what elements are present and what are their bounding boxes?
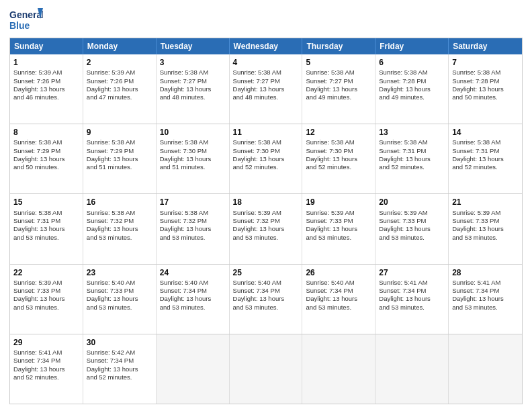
calendar-row-3: 15Sunrise: 5:38 AM Sunset: 7:31 PM Dayli… [10,193,522,263]
cal-cell-3-6: 20Sunrise: 5:39 AM Sunset: 7:33 PM Dayli… [375,194,449,263]
header-day-saturday: Saturday [449,38,522,54]
cal-cell-3-4: 18Sunrise: 5:39 AM Sunset: 7:32 PM Dayli… [230,194,303,263]
day-info: Sunrise: 5:41 AM Sunset: 7:34 PM Dayligh… [379,279,445,312]
cal-cell-3-7: 21Sunrise: 5:39 AM Sunset: 7:33 PM Dayli… [449,194,522,263]
logo: General Blue [9,7,43,32]
cal-cell-2-6: 13Sunrise: 5:38 AM Sunset: 7:31 PM Dayli… [375,124,449,193]
cal-cell-1-6: 6Sunrise: 5:38 AM Sunset: 7:28 PM Daylig… [375,54,449,124]
day-info: Sunrise: 5:41 AM Sunset: 7:34 PM Dayligh… [452,279,519,312]
day-number: 20 [379,197,445,208]
cal-cell-1-4: 4Sunrise: 5:38 AM Sunset: 7:27 PM Daylig… [230,54,303,124]
calendar-row-1: 1Sunrise: 5:39 AM Sunset: 7:26 PM Daylig… [10,54,522,124]
day-number: 9 [87,127,152,138]
header-day-wednesday: Wednesday [230,38,303,54]
logo-svg: General Blue [9,7,43,32]
cal-cell-1-3: 3Sunrise: 5:38 AM Sunset: 7:27 PM Daylig… [157,54,230,124]
header-day-friday: Friday [375,38,449,54]
day-number: 21 [452,197,519,208]
cal-cell-1-2: 2Sunrise: 5:39 AM Sunset: 7:26 PM Daylig… [83,54,157,124]
day-info: Sunrise: 5:40 AM Sunset: 7:34 PM Dayligh… [306,279,371,312]
day-number: 28 [452,267,519,278]
day-number: 18 [233,197,299,208]
header-day-tuesday: Tuesday [157,38,230,54]
calendar-row-4: 22Sunrise: 5:39 AM Sunset: 7:33 PM Dayli… [10,264,522,334]
day-number: 14 [452,127,519,138]
cal-cell-4-1: 22Sunrise: 5:39 AM Sunset: 7:33 PM Dayli… [10,265,83,334]
day-info: Sunrise: 5:38 AM Sunset: 7:27 PM Dayligh… [233,68,299,101]
day-info: Sunrise: 5:38 AM Sunset: 7:27 PM Dayligh… [306,68,371,101]
day-info: Sunrise: 5:39 AM Sunset: 7:33 PM Dayligh… [379,209,445,242]
day-info: Sunrise: 5:38 AM Sunset: 7:32 PM Dayligh… [87,209,152,242]
day-info: Sunrise: 5:39 AM Sunset: 7:33 PM Dayligh… [13,279,79,312]
cal-cell-4-5: 26Sunrise: 5:40 AM Sunset: 7:34 PM Dayli… [302,265,375,334]
header-day-sunday: Sunday [10,38,83,54]
cal-cell-5-4 [230,334,303,404]
day-number: 26 [306,267,371,278]
day-number: 25 [233,267,299,278]
day-number: 19 [306,197,371,208]
day-info: Sunrise: 5:38 AM Sunset: 7:30 PM Dayligh… [306,138,371,171]
day-info: Sunrise: 5:38 AM Sunset: 7:28 PM Dayligh… [379,68,445,101]
day-info: Sunrise: 5:38 AM Sunset: 7:31 PM Dayligh… [452,138,519,171]
day-number: 6 [379,57,445,68]
day-number: 2 [87,57,152,68]
day-info: Sunrise: 5:38 AM Sunset: 7:28 PM Dayligh… [452,68,519,101]
cal-cell-2-4: 11Sunrise: 5:38 AM Sunset: 7:30 PM Dayli… [230,124,303,193]
day-info: Sunrise: 5:39 AM Sunset: 7:26 PM Dayligh… [13,68,79,101]
cal-cell-3-1: 15Sunrise: 5:38 AM Sunset: 7:31 PM Dayli… [10,194,83,263]
cal-cell-2-1: 8Sunrise: 5:38 AM Sunset: 7:29 PM Daylig… [10,124,83,193]
cal-cell-3-5: 19Sunrise: 5:39 AM Sunset: 7:33 PM Dayli… [302,194,375,263]
day-number: 15 [13,197,79,208]
cal-cell-3-3: 17Sunrise: 5:38 AM Sunset: 7:32 PM Dayli… [157,194,230,263]
day-info: Sunrise: 5:40 AM Sunset: 7:34 PM Dayligh… [233,279,299,312]
day-info: Sunrise: 5:38 AM Sunset: 7:32 PM Dayligh… [160,209,226,242]
cal-cell-5-7 [449,334,522,404]
day-info: Sunrise: 5:41 AM Sunset: 7:34 PM Dayligh… [13,349,79,381]
day-info: Sunrise: 5:40 AM Sunset: 7:33 PM Dayligh… [87,279,152,312]
day-number: 1 [13,57,79,68]
day-number: 5 [306,57,371,68]
day-number: 12 [306,127,371,138]
day-number: 27 [379,267,445,278]
day-info: Sunrise: 5:40 AM Sunset: 7:34 PM Dayligh… [160,279,226,312]
cal-cell-2-3: 10Sunrise: 5:38 AM Sunset: 7:30 PM Dayli… [157,124,230,193]
cal-cell-4-6: 27Sunrise: 5:41 AM Sunset: 7:34 PM Dayli… [375,265,449,334]
header-day-thursday: Thursday [302,38,375,54]
cal-cell-5-6 [375,334,449,404]
cal-cell-4-3: 24Sunrise: 5:40 AM Sunset: 7:34 PM Dayli… [157,265,230,334]
day-number: 22 [13,267,79,278]
day-info: Sunrise: 5:38 AM Sunset: 7:29 PM Dayligh… [13,138,79,171]
calendar-body: 1Sunrise: 5:39 AM Sunset: 7:26 PM Daylig… [10,54,522,404]
cal-cell-4-4: 25Sunrise: 5:40 AM Sunset: 7:34 PM Dayli… [230,265,303,334]
day-number: 16 [87,197,152,208]
day-info: Sunrise: 5:38 AM Sunset: 7:30 PM Dayligh… [160,138,226,171]
cal-cell-5-3 [157,334,230,404]
day-info: Sunrise: 5:42 AM Sunset: 7:34 PM Dayligh… [87,349,152,381]
day-info: Sunrise: 5:39 AM Sunset: 7:26 PM Dayligh… [87,68,152,101]
cal-cell-2-5: 12Sunrise: 5:38 AM Sunset: 7:30 PM Dayli… [302,124,375,193]
day-info: Sunrise: 5:39 AM Sunset: 7:33 PM Dayligh… [306,209,371,242]
day-number: 29 [13,337,79,348]
day-info: Sunrise: 5:38 AM Sunset: 7:30 PM Dayligh… [233,138,299,171]
cal-cell-5-1: 29Sunrise: 5:41 AM Sunset: 7:34 PM Dayli… [10,334,83,404]
day-info: Sunrise: 5:39 AM Sunset: 7:33 PM Dayligh… [452,209,519,242]
calendar-row-5: 29Sunrise: 5:41 AM Sunset: 7:34 PM Dayli… [10,334,522,404]
day-number: 8 [13,127,79,138]
day-info: Sunrise: 5:38 AM Sunset: 7:29 PM Dayligh… [87,138,152,171]
cal-cell-4-2: 23Sunrise: 5:40 AM Sunset: 7:33 PM Dayli… [83,265,157,334]
day-number: 23 [87,267,152,278]
calendar-row-2: 8Sunrise: 5:38 AM Sunset: 7:29 PM Daylig… [10,124,522,193]
day-number: 17 [160,197,226,208]
header-day-monday: Monday [83,38,157,54]
cal-cell-5-5 [302,334,375,404]
svg-text:Blue: Blue [9,20,30,31]
day-info: Sunrise: 5:38 AM Sunset: 7:27 PM Dayligh… [160,68,226,101]
cal-cell-4-7: 28Sunrise: 5:41 AM Sunset: 7:34 PM Dayli… [449,265,522,334]
day-number: 11 [233,127,299,138]
day-number: 4 [233,57,299,68]
cal-cell-1-7: 7Sunrise: 5:38 AM Sunset: 7:28 PM Daylig… [449,54,522,124]
cal-cell-3-2: 16Sunrise: 5:38 AM Sunset: 7:32 PM Dayli… [83,194,157,263]
cal-cell-1-5: 5Sunrise: 5:38 AM Sunset: 7:27 PM Daylig… [302,54,375,124]
day-number: 3 [160,57,226,68]
calendar-header: SundayMondayTuesdayWednesdayThursdayFrid… [10,38,522,54]
